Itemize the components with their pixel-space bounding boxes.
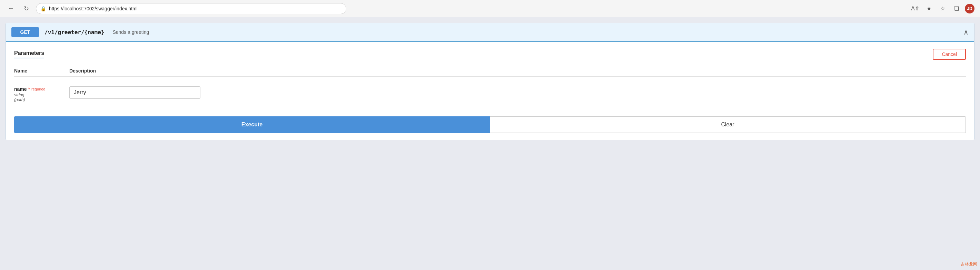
- read-aloud-icon[interactable]: A⇧: [910, 3, 921, 14]
- col-name-header: Name: [14, 68, 69, 73]
- lock-icon: 🔒: [40, 6, 46, 11]
- required-star: *: [28, 86, 30, 92]
- address-bar: 🔒 https://localhost:7002/swagger/index.h…: [36, 3, 346, 14]
- clear-button[interactable]: Clear: [490, 117, 966, 133]
- account-icon[interactable]: ❏: [951, 3, 962, 14]
- main-content: GET /v1/greeter/{name} Sends a greeting …: [0, 17, 980, 270]
- refresh-button[interactable]: ↻: [21, 3, 32, 14]
- cancel-button[interactable]: Cancel: [933, 49, 966, 60]
- param-type: string: [14, 93, 69, 97]
- endpoint-path: /v1/greeter/{name}: [45, 29, 104, 35]
- param-name: name * required: [14, 86, 69, 92]
- parameters-header: Parameters Cancel: [14, 49, 966, 60]
- param-row: name * required string (path): [14, 81, 966, 108]
- parameters-title: Parameters: [14, 50, 44, 58]
- required-label: required: [32, 87, 45, 91]
- param-input-col: [69, 86, 966, 99]
- method-badge: GET: [11, 27, 39, 37]
- params-table-header: Name Description: [14, 65, 966, 77]
- name-input[interactable]: [69, 86, 200, 99]
- collapse-button[interactable]: ∧: [963, 28, 969, 36]
- back-button[interactable]: ←: [6, 3, 17, 14]
- param-name-col: name * required string (path): [14, 86, 69, 102]
- col-description-header: Description: [69, 68, 966, 73]
- browser-actions: A⇧ ★ ☆ ❏ JD: [910, 3, 974, 14]
- endpoint-description: Sends a greeting: [113, 29, 149, 35]
- execute-button[interactable]: Execute: [14, 117, 490, 133]
- browser-chrome: ← ↻ 🔒 https://localhost:7002/swagger/ind…: [0, 0, 980, 17]
- parameters-section: Parameters Cancel Name Description name …: [6, 42, 974, 140]
- avatar[interactable]: JD: [965, 4, 974, 13]
- extensions-icon[interactable]: ★: [923, 3, 934, 14]
- favorites-icon[interactable]: ☆: [937, 3, 948, 14]
- param-location: (path): [14, 97, 69, 102]
- watermark: 吉林龙网: [961, 261, 977, 267]
- endpoint-block: GET /v1/greeter/{name} Sends a greeting …: [6, 23, 974, 140]
- action-buttons: Execute Clear: [14, 117, 966, 133]
- endpoint-header[interactable]: GET /v1/greeter/{name} Sends a greeting …: [6, 23, 974, 42]
- url-text: https://localhost:7002/swagger/index.htm…: [49, 6, 342, 11]
- param-name-text: name: [14, 86, 27, 92]
